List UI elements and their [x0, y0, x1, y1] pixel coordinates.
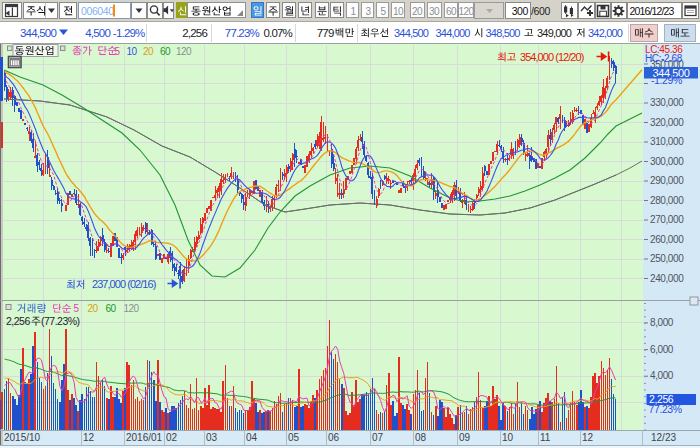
svg-text:20: 20: [143, 46, 154, 57]
svg-text:354,000 (12/20): 354,000 (12/20): [520, 51, 584, 63]
svg-text:290,000: 290,000: [650, 175, 684, 186]
svg-text:1: 1: [350, 6, 356, 17]
svg-text:03: 03: [206, 432, 218, 443]
svg-text:11: 11: [540, 432, 551, 443]
svg-text:4,000: 4,000: [650, 370, 674, 381]
svg-text:07: 07: [372, 432, 384, 443]
svg-text:120: 120: [124, 303, 140, 314]
svg-text:120: 120: [176, 46, 192, 57]
svg-text:2015/10: 2015/10: [4, 432, 41, 443]
svg-text:02: 02: [166, 432, 178, 443]
svg-text:(77.23%): (77.23%): [41, 315, 80, 327]
svg-text:60: 60: [106, 303, 117, 314]
svg-text:10: 10: [393, 6, 404, 17]
svg-text:344,500: 344,500: [20, 27, 56, 39]
svg-text:30: 30: [429, 6, 440, 17]
svg-text:280,000: 280,000: [650, 195, 684, 206]
svg-text:2,256: 2,256: [6, 315, 30, 327]
svg-text:344,500: 344,500: [394, 27, 429, 39]
svg-text:330,000: 330,000: [650, 97, 684, 108]
svg-text:77.23%: 77.23%: [225, 27, 260, 39]
svg-text:05: 05: [288, 432, 300, 443]
svg-text:779: 779: [317, 27, 334, 39]
svg-text:20: 20: [88, 303, 99, 314]
svg-text:006040: 006040: [81, 5, 114, 17]
svg-text:-1.29%: -1.29%: [113, 27, 145, 39]
svg-text:320,000: 320,000: [650, 117, 684, 128]
svg-text:300,000: 300,000: [650, 156, 684, 167]
svg-text:/600: /600: [531, 5, 550, 17]
svg-text:2016/01: 2016/01: [126, 432, 163, 443]
svg-text:120: 120: [458, 6, 474, 17]
svg-text:349,000: 349,000: [537, 27, 572, 39]
svg-text:60: 60: [160, 46, 171, 57]
svg-text:300: 300: [512, 5, 529, 17]
svg-text:4,500: 4,500: [85, 27, 110, 39]
svg-text:0.07%: 0.07%: [263, 27, 292, 39]
svg-text:348,500: 348,500: [486, 27, 521, 39]
svg-text:12: 12: [83, 432, 95, 443]
svg-text:344,000: 344,000: [436, 27, 471, 39]
svg-text:8,000: 8,000: [650, 317, 674, 328]
svg-text:5: 5: [380, 6, 386, 17]
svg-text:3: 3: [365, 6, 371, 17]
svg-text:2016/12/23: 2016/12/23: [630, 5, 675, 17]
svg-text:6,000: 6,000: [650, 344, 674, 355]
svg-text:77.23%: 77.23%: [649, 403, 682, 415]
svg-text:12/23: 12/23: [651, 432, 676, 443]
svg-text:250,000: 250,000: [650, 253, 684, 264]
svg-text:260,000: 260,000: [650, 234, 684, 245]
svg-text:-1.29%: -1.29%: [651, 74, 682, 86]
svg-text:2,256: 2,256: [182, 27, 207, 39]
svg-text:08: 08: [415, 432, 427, 443]
svg-text:237,000 (02/16): 237,000 (02/16): [92, 278, 156, 290]
svg-text:10: 10: [502, 432, 514, 443]
svg-text:240,000: 240,000: [650, 273, 684, 284]
svg-text:310,000: 310,000: [650, 136, 684, 147]
svg-text:60: 60: [446, 6, 457, 17]
svg-text:04: 04: [246, 432, 258, 443]
svg-text:09: 09: [459, 432, 471, 443]
svg-text:20: 20: [412, 6, 423, 17]
svg-text:06: 06: [328, 432, 340, 443]
svg-text:342,000: 342,000: [588, 27, 623, 39]
svg-text:12: 12: [582, 432, 594, 443]
svg-text:270,000: 270,000: [650, 214, 684, 225]
svg-text:10: 10: [127, 46, 138, 57]
svg-text:HC:-2.68: HC:-2.68: [645, 53, 683, 64]
